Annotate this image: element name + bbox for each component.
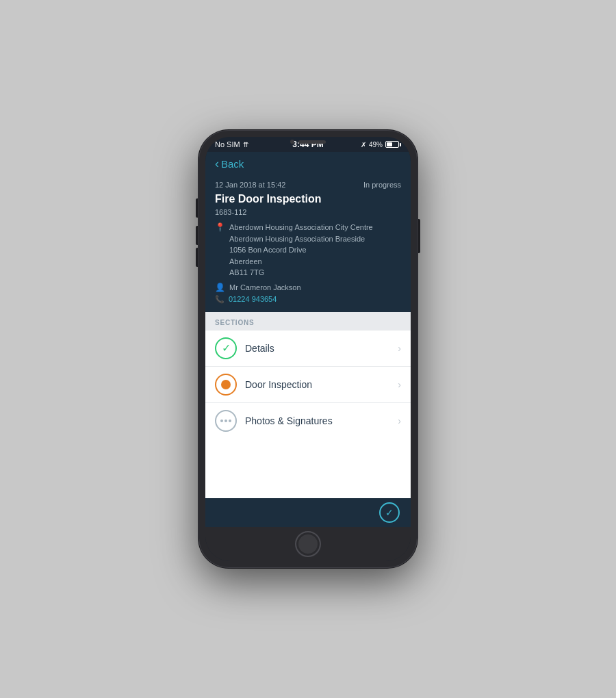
checkmark-icon: ✓ <box>222 341 231 354</box>
job-phone[interactable]: 01224 943654 <box>229 295 277 303</box>
home-button[interactable] <box>295 531 321 557</box>
job-person-row: 👤 Mr Cameron Jackson <box>215 283 401 292</box>
nav-bar: ‹ Back <box>205 152 411 175</box>
battery-fill <box>387 142 392 146</box>
job-address: Aberdown Housing Association City Centre… <box>229 222 373 279</box>
address-line2: Aberdown Housing Association Braeside <box>229 235 365 243</box>
address-line5: AB11 7TG <box>229 268 264 276</box>
details-chevron-icon: › <box>398 343 401 354</box>
job-meta-row: 12 Jan 2018 at 15:42 In progress <box>215 181 401 189</box>
status-left: No SIM ⇈ <box>215 140 248 148</box>
section-label-photos: Photos & Signatures <box>245 415 389 426</box>
status-right: ✗ 49% <box>361 141 401 148</box>
sections-list: ✓ Details › Door Inspection › <box>205 331 411 499</box>
camera-dot <box>290 140 294 144</box>
section-item-photos-signatures[interactable]: Photos & Signatures › <box>205 403 411 439</box>
job-title: Fire Door Inspection <box>215 193 401 205</box>
bluetooth-icon: ✗ <box>361 141 366 148</box>
battery-percent: 49% <box>369 141 383 148</box>
battery-icon <box>385 141 401 148</box>
speaker-slot <box>298 140 326 144</box>
dot3 <box>229 419 231 422</box>
battery-tip <box>400 143 401 146</box>
complete-icon: ✓ <box>385 507 394 518</box>
photos-chevron-icon: › <box>398 415 401 426</box>
carrier-text: No SIM <box>215 140 240 148</box>
section-label-details: Details <box>245 343 389 354</box>
back-label: Back <box>221 158 244 170</box>
photos-status-icon <box>215 410 237 432</box>
section-item-details[interactable]: ✓ Details › <box>205 331 411 367</box>
door-inspection-status-icon <box>215 374 237 396</box>
job-address-row: 📍 Aberdown Housing Association City Cent… <box>215 222 401 279</box>
back-button[interactable]: ‹ Back <box>215 157 244 170</box>
dot2 <box>224 419 227 422</box>
sections-header: SECTIONS <box>205 312 411 331</box>
job-header: 12 Jan 2018 at 15:42 In progress Fire Do… <box>205 175 411 312</box>
job-status: In progress <box>363 181 401 189</box>
phone-device: No SIM ⇈ 3:44 PM ✗ 49% ‹ <box>198 130 418 568</box>
phone-screen: No SIM ⇈ 3:44 PM ✗ 49% ‹ <box>205 137 411 561</box>
phone-icon: 📞 <box>215 295 224 304</box>
screen-content: ‹ Back 12 Jan 2018 at 15:42 In progress … <box>205 152 411 527</box>
in-progress-fill <box>221 380 231 389</box>
job-id: 1683-112 <box>215 208 401 216</box>
back-chevron-icon: ‹ <box>215 157 219 170</box>
address-line3: 1056 Bon Accord Drive <box>229 246 307 254</box>
job-date: 12 Jan 2018 at 15:42 <box>215 181 285 189</box>
job-phone-row[interactable]: 📞 01224 943654 <box>215 295 401 304</box>
notch-area <box>290 140 326 144</box>
job-person: Mr Cameron Jackson <box>229 283 301 292</box>
dot1 <box>220 419 223 422</box>
person-icon: 👤 <box>215 283 225 292</box>
section-label-door-inspection: Door Inspection <box>245 379 389 390</box>
wifi-icon: ⇈ <box>243 141 248 148</box>
sections-area: SECTIONS ✓ Details › <box>205 312 411 499</box>
complete-button[interactable]: ✓ <box>379 502 400 523</box>
battery-body <box>385 141 399 148</box>
bottom-bar: ✓ <box>205 498 411 527</box>
address-line1: Aberdown Housing Association City Centre <box>229 223 373 231</box>
home-button-area <box>205 527 411 561</box>
address-line4: Aberdeen <box>229 257 262 266</box>
location-icon: 📍 <box>215 222 225 232</box>
details-status-icon: ✓ <box>215 337 237 359</box>
door-inspection-chevron-icon: › <box>398 379 401 390</box>
section-item-door-inspection[interactable]: Door Inspection › <box>205 367 411 403</box>
